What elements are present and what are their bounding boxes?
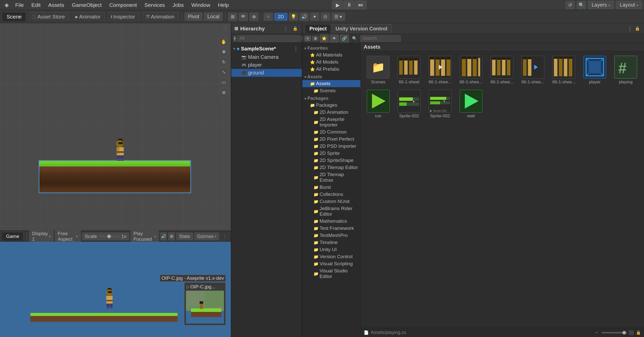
asset-sprite-2[interactable]: 66-1-shee... xyxy=(457,55,485,86)
gizmo-rect[interactable]: ▭ xyxy=(219,78,228,87)
asset-sprite-0[interactable]: 66-1-sheet xyxy=(395,55,423,86)
undo-button[interactable]: ↺ xyxy=(566,1,575,9)
asset-sprite002-2[interactable]: ▶ Sprite-002 Sprite-002 xyxy=(426,89,454,120)
tab-project[interactable]: Project xyxy=(305,24,331,33)
project-eye-btn[interactable]: 👁 xyxy=(330,34,339,43)
folder-2d-tilemap-extras[interactable]: 📁 2D Tilemap Extras xyxy=(302,171,360,184)
folder-textmeshpro[interactable]: 📁 TextMeshPro xyxy=(302,232,360,239)
gizmos-dropdown[interactable]: Gizmos ▾ xyxy=(195,233,219,240)
folder-all-materials[interactable]: ⭐ All Materials xyxy=(302,51,360,59)
menu-window[interactable]: Window xyxy=(188,1,214,9)
scene-more-btn[interactable]: ⋮ xyxy=(292,45,300,52)
project-link-btn[interactable]: 🔗 xyxy=(340,34,349,43)
folder-burst[interactable]: 📁 Burst xyxy=(302,184,360,191)
local-btn[interactable]: Local xyxy=(204,12,223,21)
asset-run-animation[interactable]: run xyxy=(364,89,392,120)
hierarchy-item-main-camera[interactable]: 📷 Main Camera xyxy=(231,53,302,61)
circle-mode-btn[interactable]: ○ xyxy=(264,13,273,21)
folder-visual-studio[interactable]: 📁 Visual Studio Editor xyxy=(302,267,360,280)
asset-sprite-4[interactable]: 66-1-shee... xyxy=(519,55,547,86)
gizmo-move[interactable]: ✥ xyxy=(219,47,228,57)
folder-visual-scripting[interactable]: 📁 Visual Scripting xyxy=(302,260,360,267)
pause-button[interactable]: ⏸ xyxy=(344,1,355,10)
gizmo-combo[interactable]: ⊕ xyxy=(219,88,228,97)
scale-slider[interactable] xyxy=(99,236,119,237)
stats-btn[interactable]: Stats xyxy=(176,233,193,240)
project-add-btn[interactable]: + xyxy=(304,36,311,41)
hierarchy-search[interactable] xyxy=(237,35,301,42)
asset-sprite-5[interactable]: 66-1-shee... xyxy=(550,55,578,86)
folder-2d-aseprite[interactable]: 📁 2D Aseprite Importer xyxy=(302,116,360,128)
menu-help[interactable]: Help xyxy=(214,1,232,9)
folder-timeline[interactable]: 📁 Timeline xyxy=(302,239,360,246)
folder-2d-sprite[interactable]: 📁 2D Sprite xyxy=(302,150,360,157)
project-settings-btn[interactable]: ⊕ xyxy=(312,36,319,41)
tab-version-control[interactable]: Unity Version Control xyxy=(332,24,392,33)
vsync-btn[interactable]: ⊞ xyxy=(168,232,175,240)
assets-zoom-slider[interactable] xyxy=(601,332,627,333)
asset-wait-animation[interactable]: wait xyxy=(457,89,485,120)
project-lock-btn[interactable]: 🔒 xyxy=(634,25,641,32)
folder-custom-nunit[interactable]: 📁 Custom NUnit xyxy=(302,198,360,205)
step-button[interactable]: ⏭ xyxy=(355,1,367,10)
play-focused-dropdown[interactable]: Play Focused ▾ xyxy=(131,230,159,243)
tab-asset-store[interactable]: ⬛ Asset Store xyxy=(28,12,69,21)
snap-btn[interactable]: ⊕ xyxy=(249,13,258,21)
menu-edit[interactable]: Edit xyxy=(28,1,44,9)
project-star-btn[interactable]: ⭐ xyxy=(320,34,329,43)
folder-2d-psd[interactable]: 📁 2D PSD Importer xyxy=(302,143,360,150)
folder-scenes[interactable]: 📁 Scenes xyxy=(302,87,360,94)
audio-btn[interactable]: 🔊 xyxy=(300,13,309,21)
play-button[interactable]: ▶ xyxy=(332,1,343,10)
project-search-input[interactable] xyxy=(360,35,401,42)
folder-unity-ui[interactable]: 📁 Unity UI xyxy=(302,246,360,253)
folder-jetbrains[interactable]: 📁 JetBrains Rider Editor xyxy=(302,205,360,218)
view-mode-btn[interactable]: 👁 xyxy=(239,13,248,21)
asset-sprite002-1[interactable]: Sprite-002 xyxy=(395,89,423,120)
tab-animation[interactable]: 🎬 Animation xyxy=(142,12,179,21)
folder-2d-pixel[interactable]: 📁 2D Pixel Perfect xyxy=(302,136,360,143)
menu-component[interactable]: Component xyxy=(106,1,141,9)
2d-mode-btn[interactable]: 2D xyxy=(274,13,287,21)
folder-2d-animation[interactable]: 📁 2D Animation xyxy=(302,109,360,116)
hierarchy-lock-btn[interactable]: 🔒 xyxy=(292,25,299,32)
display-dropdown[interactable]: Display 1 ▾ xyxy=(29,230,53,243)
asset-sprite-1[interactable]: 66-1-shee... xyxy=(426,55,454,86)
folder-2d-common[interactable]: 📁 2D Common xyxy=(302,128,360,136)
folder-2d-tilemap[interactable]: 📁 2D Tilemap Editor xyxy=(302,164,360,171)
hierarchy-add-btn[interactable]: + xyxy=(233,36,236,41)
scene-gizmos-btn[interactable]: ⊙ xyxy=(321,13,330,21)
game-more-btn[interactable]: ⋮ xyxy=(221,233,229,240)
menu-file[interactable]: File xyxy=(12,1,27,9)
unity-logo-btn[interactable]: ◈ xyxy=(2,1,11,9)
scene-view[interactable]: ✋ ✥ ↻ ⤡ ▭ ⊕ ⋮ xyxy=(0,23,231,231)
asset-player-prefab[interactable]: player xyxy=(581,55,609,86)
game-view[interactable]: OIP-C.jpg - Aseprite v1.x-dev ⊙ OIP-C.jp… xyxy=(0,242,231,337)
folder-assets-root[interactable]: 📁 Assets xyxy=(302,80,360,87)
folder-collections[interactable]: 📁 Collections xyxy=(302,191,360,198)
tab-scene[interactable]: Scene xyxy=(3,12,26,21)
asset-playing-script[interactable]: # playing xyxy=(612,55,640,86)
fx-btn[interactable]: ✦ xyxy=(310,13,319,21)
gizmo-scale[interactable]: ⤡ xyxy=(219,68,228,77)
grid-toggle-btn[interactable]: ⊞ xyxy=(228,13,237,21)
tab-inspector[interactable]: ℹ Inspector xyxy=(107,12,139,21)
folder-mathematics[interactable]: 📁 Mathematics xyxy=(302,218,360,225)
asset-scenes-folder[interactable]: 📁 Scenes xyxy=(364,55,392,86)
gizmo-hand[interactable]: ✋ xyxy=(219,37,228,46)
folder-all-prefabs[interactable]: ⭐ All Prefabs xyxy=(302,66,360,73)
hierarchy-more-btn[interactable]: ⋮ xyxy=(282,25,290,32)
folder-test-framework[interactable]: 📁 Test Framework xyxy=(302,225,360,232)
pivot-btn[interactable]: Pivot xyxy=(185,12,202,21)
folder-version-control[interactable]: 📁 Version Control xyxy=(302,253,360,260)
folder-2d-spriteshape[interactable]: 📁 2D SpriteShape xyxy=(302,157,360,164)
folder-all-models[interactable]: ⭐ All Models xyxy=(302,59,360,66)
menu-gameobject[interactable]: GameObject xyxy=(68,1,105,9)
search-button[interactable]: 🔍 xyxy=(577,1,586,9)
scene-root-item[interactable]: ▾ ◈ SampleScene* ⋮ xyxy=(231,44,302,53)
asset-sprite-3[interactable]: 66-1-shee... xyxy=(488,55,516,86)
project-more-btn[interactable]: ⋮ xyxy=(626,25,634,32)
overlay-btn[interactable]: ☰ ▾ xyxy=(332,13,345,21)
gizmo-rotate[interactable]: ↻ xyxy=(219,58,228,67)
lights-btn[interactable]: 💡 xyxy=(289,13,298,21)
